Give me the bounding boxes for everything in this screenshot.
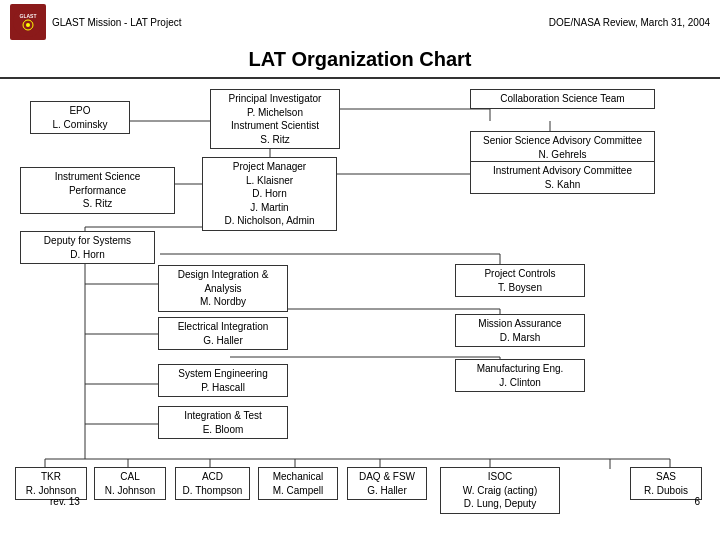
- syseng-label: System EngineeringP. Hascall: [178, 368, 268, 393]
- pm-label: Project ManagerL. KlaisnerD. HornJ. Mart…: [224, 161, 314, 226]
- design-node: Design Integration &AnalysisM. Nordby: [158, 265, 288, 312]
- acd-node: ACDD. Thompson: [175, 467, 250, 500]
- svg-text:GLAST: GLAST: [20, 13, 37, 19]
- epo-node: EPOL. Cominsky: [30, 101, 130, 134]
- tkr-label: TKRR. Johnson: [26, 471, 77, 496]
- mfg-node: Manufacturing Eng.J. Clinton: [455, 359, 585, 392]
- mission-node: Mission AssuranceD. Marsh: [455, 314, 585, 347]
- daq-label: DAQ & FSWG. Haller: [359, 471, 415, 496]
- isoc-node: ISOCW. Craig (acting)D. Lung, Deputy: [440, 467, 560, 514]
- logo: GLAST: [10, 4, 46, 40]
- mission-label: Mission AssuranceD. Marsh: [478, 318, 561, 343]
- svg-point-3: [26, 23, 30, 27]
- rev-label: rev. 13: [50, 496, 80, 507]
- header-left: GLAST GLAST Mission - LAT Project: [10, 4, 182, 40]
- isp-node: Instrument Science PerformanceS. Ritz: [20, 167, 175, 214]
- principal-label: Principal InvestigatorP. MichelsonInstru…: [229, 93, 322, 145]
- sas-label: SASR. Dubois: [644, 471, 688, 496]
- page-title: LAT Organization Chart: [0, 44, 720, 79]
- iac-label: Instrument Advisory CommitteeS. Kahn: [493, 165, 632, 190]
- project-controls-node: Project ControlsT. Boysen: [455, 264, 585, 297]
- collab-node: Collaboration Science Team: [470, 89, 655, 109]
- svg-point-0: [13, 7, 43, 37]
- header-title-right: DOE/NASA Review, March 31, 2004: [549, 17, 710, 28]
- acd-label: ACDD. Thompson: [183, 471, 243, 496]
- isp-label: Instrument Science PerformanceS. Ritz: [55, 171, 141, 209]
- mechanical-node: MechanicalM. Campell: [258, 467, 338, 500]
- senior-label: Senior Science Advisory CommitteeN. Gehr…: [483, 135, 642, 160]
- electrical-node: Electrical IntegrationG. Haller: [158, 317, 288, 350]
- collab-label: Collaboration Science Team: [500, 93, 624, 104]
- inttest-node: Integration & TestE. Bloom: [158, 406, 288, 439]
- electrical-label: Electrical IntegrationG. Haller: [178, 321, 269, 346]
- isoc-label: ISOCW. Craig (acting)D. Lung, Deputy: [463, 471, 537, 509]
- header: GLAST GLAST Mission - LAT Project DOE/NA…: [0, 0, 720, 44]
- mechanical-label: MechanicalM. Campell: [273, 471, 324, 496]
- syseng-node: System EngineeringP. Hascall: [158, 364, 288, 397]
- inttest-label: Integration & TestE. Bloom: [184, 410, 262, 435]
- cal-node: CALN. Johnson: [94, 467, 166, 500]
- senior-node: Senior Science Advisory CommitteeN. Gehr…: [470, 131, 655, 164]
- page-num: 6: [694, 496, 700, 507]
- deputy-node: Deputy for SystemsD. Horn: [20, 231, 155, 264]
- epo-label: EPOL. Cominsky: [52, 105, 107, 130]
- sas-node: SASR. Dubois: [630, 467, 702, 500]
- deputy-label: Deputy for SystemsD. Horn: [44, 235, 131, 260]
- cal-label: CALN. Johnson: [105, 471, 156, 496]
- pm-node: Project ManagerL. KlaisnerD. HornJ. Mart…: [202, 157, 337, 231]
- iac-node: Instrument Advisory CommitteeS. Kahn: [470, 161, 655, 194]
- principal-node: Principal InvestigatorP. MichelsonInstru…: [210, 89, 340, 149]
- design-label: Design Integration &AnalysisM. Nordby: [178, 269, 269, 307]
- header-title-left: GLAST Mission - LAT Project: [52, 17, 182, 28]
- daq-node: DAQ & FSWG. Haller: [347, 467, 427, 500]
- org-chart: EPOL. Cominsky Principal InvestigatorP. …: [10, 79, 710, 509]
- mfg-label: Manufacturing Eng.J. Clinton: [477, 363, 564, 388]
- project-controls-label: Project ControlsT. Boysen: [484, 268, 555, 293]
